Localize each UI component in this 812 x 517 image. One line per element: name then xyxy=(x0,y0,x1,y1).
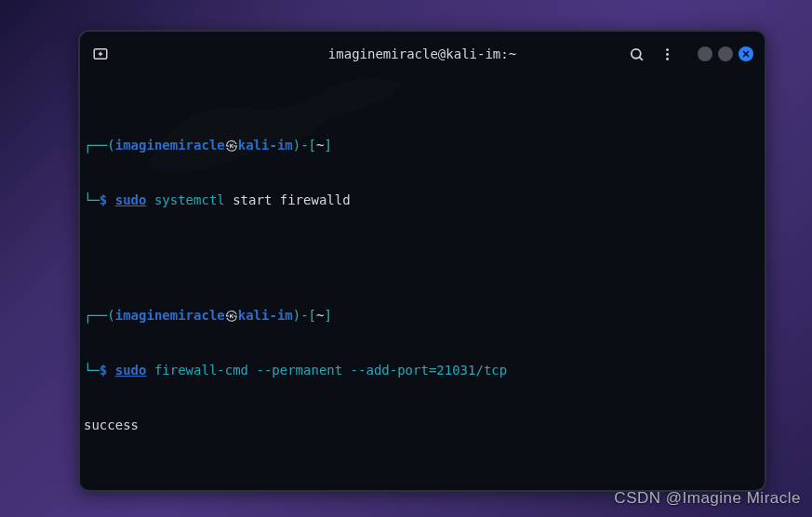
box-corner-bottom: └─ xyxy=(84,192,100,207)
command-block: ┌──(imaginemiracle㉿kali-im)-[~] └─$ sudo… xyxy=(84,271,753,471)
svg-point-3 xyxy=(666,53,669,56)
search-icon[interactable] xyxy=(629,46,645,62)
sudo-cmd: sudo xyxy=(115,363,147,378)
command-line: └─$ sudo firewall-cmd --permanent --add-… xyxy=(84,362,753,380)
maximize-button[interactable] xyxy=(718,46,733,61)
new-tab-icon[interactable] xyxy=(91,45,110,63)
menu-icon[interactable] xyxy=(659,46,675,62)
command-output: success xyxy=(84,417,753,435)
sudo-cmd: sudo xyxy=(115,192,147,207)
cmd-name: systemctl xyxy=(154,192,225,207)
titlebar-actions xyxy=(629,46,753,62)
titlebar: imaginemiracle@kali-im:~ xyxy=(80,32,765,76)
cmd-args: start firewalld xyxy=(225,192,351,207)
bracket-close: ] xyxy=(325,138,332,152)
prompt-host: kali-im xyxy=(238,138,293,152)
command-line: └─$ sudo systemctl start firewalld xyxy=(84,192,753,210)
prompt-cwd: ~ xyxy=(316,138,324,152)
paren-close: )-[ xyxy=(293,138,316,152)
paren-open: ( xyxy=(107,138,114,152)
svg-point-4 xyxy=(666,58,669,60)
terminal-window: imaginemiracle@kali-im:~ xyxy=(78,30,766,492)
close-button[interactable] xyxy=(739,46,753,61)
prompt-user: imaginemiracle xyxy=(115,138,225,152)
terminal-body[interactable]: ┌──(imaginemiracle㉿kali-im)-[~] └─$ sudo… xyxy=(80,76,765,490)
cmd-args: --permanent --add-port=21031/tcp xyxy=(248,363,507,378)
window-controls xyxy=(698,46,753,61)
watermark-text: CSDN @Imagine Miracle xyxy=(614,489,801,508)
skull-icon: ㉿ xyxy=(225,138,238,152)
prompt-line-1: ┌──(imaginemiracle㉿kali-im)-[~] xyxy=(84,307,753,325)
command-block: ┌──(imaginemiracle㉿kali-im)-[~] └─$ sudo… xyxy=(84,100,753,246)
svg-point-2 xyxy=(666,48,669,51)
prompt-line-1: ┌──(imaginemiracle㉿kali-im)-[~] xyxy=(84,137,753,155)
minimize-button[interactable] xyxy=(698,46,712,61)
window-title: imaginemiracle@kali-im:~ xyxy=(328,46,516,61)
cmd-name: firewall-cmd xyxy=(154,363,248,378)
box-corner-top: ┌── xyxy=(84,138,107,152)
svg-point-1 xyxy=(632,48,641,58)
